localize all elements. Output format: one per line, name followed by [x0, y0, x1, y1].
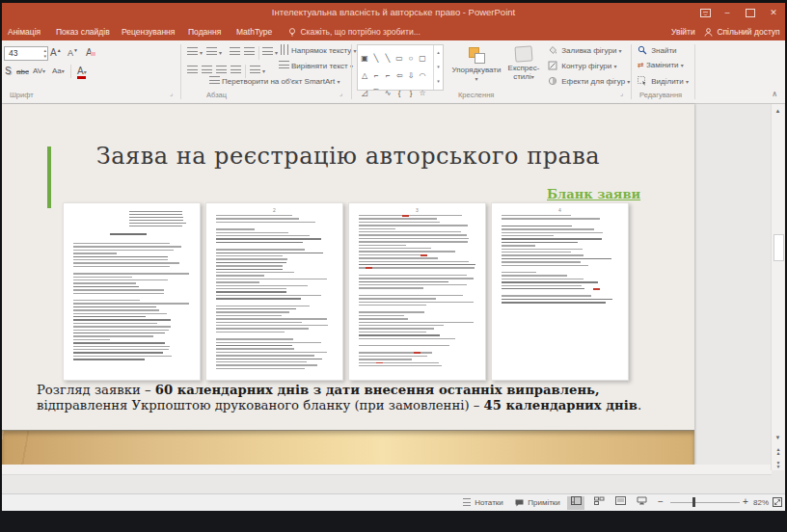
- zoom-slider-track[interactable]: [670, 502, 740, 503]
- shape-glyph[interactable]: ⌐: [382, 69, 394, 82]
- minimize-button[interactable]: –: [716, 3, 739, 23]
- tab-review[interactable]: Рецензування: [122, 27, 175, 37]
- align-text-button[interactable]: Вирівняти текст ▾: [279, 61, 353, 70]
- shape-glyph[interactable]: ⌒: [370, 87, 382, 99]
- slideshow-view-button[interactable]: [633, 496, 650, 510]
- shape-fill-button[interactable]: Заливка фігури ▾: [548, 45, 622, 55]
- shape-glyph[interactable]: ▭: [394, 52, 405, 65]
- sign-in-button[interactable]: Увійти: [671, 27, 695, 37]
- font-size-spinner[interactable]: ▴▾: [43, 47, 46, 59]
- tab-mathtype[interactable]: MathType: [236, 27, 272, 37]
- shape-glyph[interactable]: {: [394, 87, 405, 99]
- convert-smartart-button[interactable]: Перетворити на об'єкт SmartArt ▾: [209, 76, 339, 86]
- collapse-ribbon-button[interactable]: ∧: [772, 90, 777, 98]
- blank-form-link[interactable]: Бланк заяви: [547, 187, 640, 201]
- share-button[interactable]: Спільний доступ: [704, 27, 780, 37]
- shape-glyph[interactable]: ╲: [370, 52, 382, 65]
- shape-glyph[interactable]: ◿: [359, 87, 370, 99]
- grow-font-button[interactable]: A▲: [50, 47, 62, 58]
- text-shadow-button[interactable]: S: [5, 66, 12, 76]
- slide-body-text[interactable]: Розгляд заявки – 60 календарних днів з д…: [37, 383, 689, 412]
- shape-glyph[interactable]: ∿: [382, 87, 394, 99]
- select-button[interactable]: Виділити ▾: [638, 76, 689, 86]
- restore-button[interactable]: [739, 3, 762, 23]
- zoom-slider-thumb[interactable]: [692, 497, 695, 507]
- find-button[interactable]: Знайти: [638, 45, 677, 55]
- form-page-3[interactable]: 3: [348, 202, 486, 381]
- screen-letterbox: [0, 511, 787, 532]
- shape-glyph[interactable]: ╲: [382, 52, 394, 65]
- scrollbar-thumb[interactable]: [773, 234, 784, 261]
- columns-button[interactable]: ▾: [250, 66, 265, 75]
- slide-sorter-view-button[interactable]: [590, 496, 608, 510]
- shape-glyph[interactable]: ⇩: [405, 69, 417, 82]
- font-group-label: Шрифт: [10, 91, 34, 99]
- align-right-button[interactable]: [216, 66, 229, 75]
- next-slide-button[interactable]: ▼▼: [772, 461, 784, 472]
- clear-formatting-button[interactable]: A: [86, 47, 95, 58]
- strikethrough-button[interactable]: abc: [16, 67, 29, 76]
- window-title: Інтелектуальна власність й авторське пра…: [2, 7, 785, 17]
- tab-animation[interactable]: Анімація: [8, 27, 41, 37]
- normal-view-button[interactable]: [567, 496, 584, 510]
- vertical-scrollbar[interactable]: ▲ ▼ ▲▲ ▼▼: [771, 104, 784, 470]
- drawing-dialog-launcher[interactable]: ⌟: [620, 90, 623, 97]
- shape-glyph[interactable]: ☆: [417, 87, 428, 99]
- scroll-up-icon[interactable]: ▲: [772, 105, 784, 117]
- decrease-indent-button[interactable]: [230, 47, 242, 57]
- shape-glyph[interactable]: ⇦: [394, 69, 405, 82]
- font-color-button[interactable]: A▾: [77, 66, 87, 76]
- shape-glyph[interactable]: △: [359, 69, 370, 82]
- slide-sorter-icon: [594, 496, 605, 505]
- zoom-in-button[interactable]: +: [743, 496, 748, 507]
- shape-glyph[interactable]: ◠: [417, 69, 428, 82]
- align-left-button[interactable]: [187, 66, 200, 75]
- increase-indent-button[interactable]: [244, 47, 257, 57]
- shape-outline-button[interactable]: Контур фігури ▾: [548, 61, 616, 70]
- form-page-4[interactable]: 4: [491, 202, 629, 381]
- fit-window-button[interactable]: [773, 497, 782, 509]
- reading-view-button[interactable]: [611, 496, 629, 510]
- ribbon: 43 ▴▾ A▲ A▼ A S abc AV▾ Aa▾ A▾ Шрифт ⌟ ▾…: [2, 40, 785, 104]
- shrink-font-button[interactable]: A▼: [68, 47, 78, 58]
- font-dialog-launcher[interactable]: ⌟: [170, 90, 173, 97]
- form-page-1[interactable]: [63, 202, 201, 381]
- paint-bucket-icon: [548, 45, 557, 55]
- comments-toggle[interactable]: Примітки: [515, 498, 560, 507]
- shape-effects-button[interactable]: Ефекти для фігур ▾: [548, 76, 630, 86]
- bullets-button[interactable]: ▾: [187, 47, 203, 57]
- notes-toggle[interactable]: Нотатки: [463, 498, 503, 507]
- line-spacing-button[interactable]: ▾: [262, 47, 278, 57]
- shapes-gallery-scrollbar[interactable]: ▴▾▾: [433, 45, 443, 90]
- slide-canvas[interactable]: Заява на реєстрацію авторського права Бл…: [2, 104, 694, 465]
- shape-glyph[interactable]: ⌐: [370, 69, 382, 82]
- numbering-button[interactable]: ▾: [206, 47, 222, 57]
- form-page-2[interactable]: 2: [205, 202, 343, 381]
- tell-me-label: Скажіть, що потрібно зробити...: [300, 27, 420, 37]
- shape-glyph[interactable]: ▣: [359, 52, 370, 65]
- previous-slide-button[interactable]: ▲▲: [772, 447, 784, 459]
- drawing-group-label: Креслення: [458, 91, 494, 99]
- paragraph-dialog-launcher[interactable]: ⌟: [339, 90, 342, 97]
- justify-button[interactable]: [231, 66, 243, 75]
- scroll-down-icon[interactable]: ▼: [772, 432, 784, 443]
- zoom-percent[interactable]: 82%: [753, 498, 769, 507]
- ribbon-display-options-icon[interactable]: [694, 3, 718, 23]
- tab-slideshow[interactable]: Показ слайдів: [56, 27, 110, 37]
- shape-glyph[interactable]: ▢: [417, 52, 428, 65]
- character-spacing-button[interactable]: AV▾: [33, 66, 45, 75]
- tell-me-box[interactable]: Скажіть, що потрібно зробити...: [288, 27, 421, 37]
- align-center-button[interactable]: [202, 66, 214, 75]
- zoom-out-button[interactable]: −: [658, 496, 664, 507]
- slide-title[interactable]: Заява на реєстрацію авторського права: [2, 143, 694, 170]
- shape-glyph[interactable]: }: [405, 87, 417, 99]
- font-size-input[interactable]: 43 ▴▾: [4, 46, 48, 61]
- close-button[interactable]: ✕: [762, 3, 785, 23]
- arrange-button[interactable]: Упорядкувати▾: [449, 46, 503, 83]
- shape-glyph[interactable]: ○: [405, 52, 417, 65]
- tab-view[interactable]: Подання: [188, 27, 221, 37]
- change-case-button[interactable]: Aa▾: [52, 66, 65, 75]
- text-direction-button[interactable]: Напрямок тексту ▾: [279, 45, 357, 55]
- quick-styles-button[interactable]: Експрес- стилі▾: [504, 46, 543, 81]
- replace-button[interactable]: ⇄ Замінити ▾: [638, 61, 684, 69]
